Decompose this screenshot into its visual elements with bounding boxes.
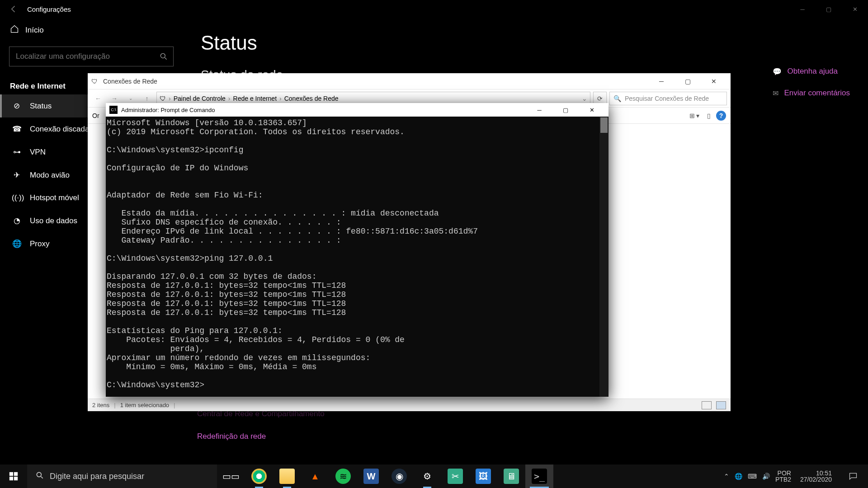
language-indicator[interactable]: POR PTB2 (775, 470, 791, 483)
windows-icon (9, 471, 19, 481)
svg-rect-4 (14, 477, 18, 480)
taskview-button[interactable]: ▭▭ (217, 465, 245, 488)
breadcrumb-item[interactable]: Rede e Internet (233, 95, 277, 102)
app-file-explorer[interactable] (273, 465, 301, 488)
airplane-icon: ✈ (12, 170, 22, 180)
word-icon: W (363, 469, 379, 484)
cmd-window: C:\ Administrador: Prompt de Comando ─ ▢… (106, 103, 609, 397)
svg-rect-3 (9, 477, 13, 480)
sidebar-item-label: Modo avião (30, 171, 70, 180)
app-remote[interactable]: 🖥 (497, 465, 525, 488)
sidebar-item-label: Status (30, 102, 52, 111)
app-steam[interactable]: ◉ (385, 465, 413, 488)
explorer-toolbar-left[interactable]: Or (92, 112, 99, 119)
explorer-search-placeholder: Pesquisar Conexões de Rede (625, 95, 709, 102)
dialup-icon: ☎ (12, 124, 22, 134)
start-button[interactable] (0, 465, 27, 488)
status-selected-count: 1 item selecionado (120, 402, 169, 408)
app-snip[interactable]: ✂ (441, 465, 469, 488)
action-center-button[interactable] (841, 465, 865, 488)
sidebar-home[interactable]: Início (0, 18, 183, 42)
cmd-body[interactable]: Microsoft Windows [versão 10.0.18363.657… (106, 117, 609, 397)
arrow-left-icon (9, 5, 18, 14)
breadcrumb-item[interactable]: Conexões de Rede (284, 95, 339, 102)
explorer-search[interactable]: 🔍 Pesquisar Conexões de Rede (609, 92, 727, 105)
svg-point-5 (37, 472, 41, 477)
settings-back-button[interactable] (0, 0, 27, 18)
search-icon (35, 471, 44, 482)
spotify-icon: ≋ (335, 469, 351, 484)
taskbar-search[interactable]: Digite aqui para pesquisar (27, 465, 217, 488)
search-icon: 🔍 (613, 95, 621, 102)
cmd-scrollbar[interactable] (599, 117, 609, 397)
preview-pane-button[interactable]: ▯ (702, 109, 716, 122)
app-word[interactable]: W (357, 465, 385, 488)
language-icon[interactable]: ⌨ (748, 473, 757, 480)
clock-date: 27/02/2020 (800, 476, 832, 483)
sidebar-home-label: Início (25, 26, 44, 35)
explorer-title: Conexões de Rede (103, 78, 157, 85)
page-title: Status (201, 32, 850, 54)
view-options-button[interactable]: ⊞ ▾ (687, 109, 702, 122)
settings-app-title: Configurações (27, 5, 71, 13)
settings-close-button[interactable]: ✕ (842, 0, 868, 18)
chevron-down-icon[interactable]: ⌄ (582, 95, 587, 102)
svg-point-0 (160, 53, 165, 58)
status-item-count: 2 itens (92, 402, 109, 408)
sidebar-item-label: Proxy (30, 239, 49, 249)
explorer-minimize-button[interactable]: ─ (648, 73, 675, 89)
steam-icon: ◉ (392, 469, 407, 484)
hotspot-icon: ((·)) (12, 193, 22, 202)
taskbar-search-placeholder: Digite aqui para pesquisar (50, 472, 144, 481)
proxy-icon: 🌐 (12, 239, 22, 249)
app-settings[interactable]: ⚙ (413, 465, 441, 488)
volume-icon[interactable]: 🔊 (762, 473, 770, 480)
svg-rect-1 (9, 472, 13, 476)
status-icon: ⊘ (12, 101, 22, 111)
clock-time: 10:51 (800, 470, 832, 476)
clock[interactable]: 10:51 27/02/2020 (797, 470, 835, 483)
sidebar-item-label: VPN (30, 148, 46, 157)
taskbar-apps: ▭▭ ▲ ≋ W ◉ ⚙ ✂ 🖼 🖥 >_ (217, 465, 553, 488)
explorer-maximize-button[interactable]: ▢ (675, 73, 701, 89)
app-spotify[interactable]: ≋ (329, 465, 357, 488)
settings-minimize-button[interactable]: ─ (789, 0, 816, 18)
app-photos[interactable]: 🖼 (469, 465, 497, 488)
photos-icon: 🖼 (476, 469, 491, 484)
settings-search[interactable] (9, 47, 174, 66)
cmd-maximize-button[interactable]: ▢ (552, 103, 579, 117)
breadcrumb-item[interactable]: Painel de Controle (174, 95, 226, 102)
shield-icon: 🛡 (160, 95, 166, 102)
tray-chevron-icon[interactable]: ⌃ (724, 473, 729, 480)
folder-icon (279, 469, 295, 484)
cmd-close-button[interactable]: ✕ (579, 103, 605, 117)
remote-icon: 🖥 (504, 469, 519, 484)
vlc-icon: ▲ (307, 469, 323, 484)
gear-icon: ⚙ (420, 469, 435, 484)
network-reset-link[interactable]: Redefinição da rede (197, 432, 325, 441)
sidebar-item-label: Uso de dados (30, 216, 77, 225)
home-icon (10, 24, 19, 36)
explorer-close-button[interactable]: ✕ (701, 73, 727, 89)
cmd-minimize-button[interactable]: ─ (526, 103, 552, 117)
help-link[interactable]: 💬 Obtenha ajuda (773, 63, 850, 80)
feedback-link[interactable]: ✉ Enviar comentários (773, 85, 850, 101)
help-icon: 💬 (773, 67, 782, 76)
network-icon[interactable]: 🌐 (735, 473, 742, 480)
sidebar-item-label: Hotspot móvel (30, 193, 79, 202)
app-chrome[interactable] (245, 465, 273, 488)
settings-search-input[interactable] (9, 47, 174, 66)
app-vlc[interactable]: ▲ (301, 465, 329, 488)
view-details-button[interactable] (702, 401, 712, 409)
cmd-icon: >_ (532, 469, 547, 484)
explorer-status-bar: 2 itens | 1 item selecionado | (88, 399, 731, 411)
app-cmd[interactable]: >_ (525, 465, 553, 488)
cmd-scroll-thumb[interactable] (600, 117, 608, 133)
explorer-back-button[interactable]: ← (91, 92, 105, 105)
sidebar-item-label: Conexão discada (30, 125, 89, 134)
settings-lower-links: Central de Rede e Compartilhamento Redef… (197, 406, 325, 445)
help-button[interactable]: ? (716, 111, 726, 121)
view-tiles-button[interactable] (716, 401, 726, 409)
data-usage-icon: ◔ (12, 216, 22, 225)
settings-maximize-button[interactable]: ▢ (816, 0, 842, 18)
